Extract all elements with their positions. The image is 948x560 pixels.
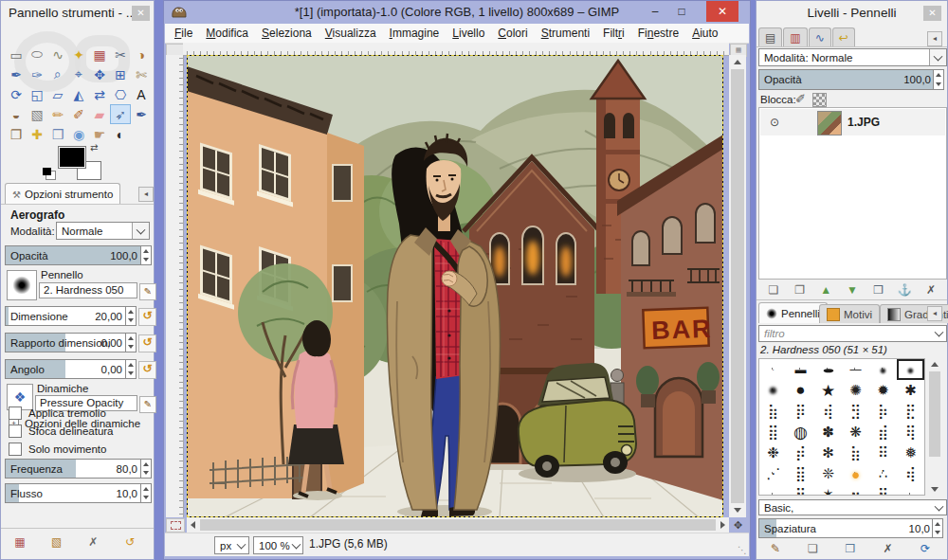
close-icon[interactable]: ✕ [706,1,738,22]
default-colors-icon[interactable] [43,168,51,175]
resize-grip[interactable]: ⋱ [738,545,747,555]
reset-angle-icon[interactable]: ↺ [138,361,156,379]
raise-layer-button[interactable]: ▲ [816,282,835,298]
aspect-spinner[interactable] [125,333,137,352]
new-layer-button[interactable]: ❏ [764,282,783,298]
tool-paths[interactable]: ✒ [6,64,27,84]
lower-layer-button[interactable]: ▼ [843,282,862,298]
horizontal-ruler[interactable] [183,43,729,56]
tool-align[interactable]: ⊞ [110,64,131,84]
tab-undo-history[interactable]: ↩ [832,27,855,47]
mode-select[interactable]: Normale [56,222,150,240]
new-brush-button[interactable]: ❏ [804,541,823,556]
brush-name-field[interactable]: 2. Hardness 050 [39,282,137,298]
menu-item[interactable]: Aiuto [685,24,724,43]
tool-measure[interactable]: ⌖ [68,64,89,84]
tool-move[interactable]: ✥ [89,64,110,84]
rate-spinner[interactable] [140,459,152,479]
tool-options-tab[interactable]: ⚒ Opzioni strumento [5,183,120,205]
foreground-color-swatch[interactable] [58,146,86,169]
aspect-ratio-slider[interactable]: Rapporto dimensioni0,00 [5,333,126,352]
brush-swatch[interactable]: · [759,359,787,380]
tool-gradient[interactable]: ▧ [27,104,47,124]
tool-zoom[interactable]: ⌕ [47,64,68,84]
tool-dodge-burn[interactable]: ◐ [110,124,131,144]
vertical-ruler[interactable] [166,55,184,517]
layer-visible-icon[interactable]: ⊙ [770,116,779,129]
brush-swatch[interactable]: ● [759,380,787,401]
opacity-spinner[interactable] [140,245,152,265]
tool-fuzzy-select[interactable]: ✦ [68,45,89,64]
brush-swatch[interactable]: ✱ [897,380,924,401]
quickmask-toggle[interactable] [166,518,185,533]
brush-swatch[interactable]: ▬ [787,359,814,380]
new-layer-group-button[interactable]: ❐ [791,282,810,298]
brush-swatch[interactable]: ⋰ [759,463,787,484]
tool-smudge[interactable]: ☛ [89,124,110,144]
opacity-slider[interactable]: Opacità100,0 [5,245,141,265]
tool-perspective-clone[interactable]: ❒ [47,124,68,144]
swap-colors-icon[interactable]: ⇄ [90,142,98,153]
tool-flip[interactable]: ⇄ [89,84,110,104]
brush-swatch[interactable]: ⡿ [787,401,814,422]
navigation-icon[interactable]: ✥ [730,518,746,533]
menu-item[interactable]: File [168,24,199,43]
tool-blur-sharpen[interactable]: ◉ [68,124,89,144]
duplicate-brush-button[interactable]: ❒ [841,541,860,556]
tool-scale[interactable]: ◱ [27,84,47,104]
reset-size-icon[interactable]: ↺ [138,308,156,326]
dock-close-icon[interactable]: ✕ [923,6,941,21]
brush-swatch[interactable]: ⣷ [759,401,787,422]
brush-grid-scrollbar[interactable] [927,358,942,496]
angle-spinner[interactable] [125,359,137,379]
refresh-brushes-button[interactable]: ⟳ [916,541,935,556]
tool-bucket-fill[interactable]: ◒ [6,104,27,124]
maximize-icon[interactable]: □ [670,3,693,21]
edit-brush-icon[interactable]: ✎ [139,283,156,300]
vertical-scrollbar[interactable] [729,55,746,517]
brush-swatch[interactable]: ⣿ [759,422,787,443]
brush-swatch[interactable]: — [842,359,869,380]
toolbox-close-icon[interactable]: ✕ [132,6,150,21]
lock-paint-icon[interactable]: ✐ [795,92,806,106]
menu-item[interactable]: Strumenti [535,24,596,43]
flow-slider[interactable]: Flusso10,0 [5,483,141,503]
size-slider[interactable]: Dimensione20,00 [5,306,126,326]
brush-swatch[interactable]: ⣿ [787,463,814,484]
size-spinner[interactable] [125,306,137,326]
brush-swatch[interactable]: ⣾ [869,422,897,443]
brush-swatch[interactable]: ● [897,359,924,380]
tool-eraser[interactable]: ▰ [89,104,110,124]
tab-channels[interactable]: ▥ [783,27,807,47]
angle-slider[interactable]: Angolo0,00 [5,359,126,379]
brush-swatch[interactable]: ⣿ [787,484,814,496]
brush-swatch[interactable]: ● [869,359,897,380]
tool-foreground-select[interactable]: ◑ [131,45,152,64]
tool-color-picker[interactable]: ✑ [27,64,47,84]
brush-swatch[interactable]: ⡷ [869,401,897,422]
tool-paintbrush[interactable]: ✐ [68,104,89,124]
tool-scissors-select[interactable]: ✂ [110,45,131,64]
tool-cage-transform[interactable]: ⎔ [110,84,131,104]
delete-brush-button[interactable]: ✗ [879,541,898,556]
tool-pencil[interactable]: ✏ [47,104,68,124]
brush-swatch[interactable]: ⣻ [842,401,869,422]
anchor-layer-button[interactable]: ⚓ [895,282,914,298]
spacing-spinner[interactable] [932,518,943,538]
unit-select[interactable]: px [214,536,249,554]
brush-swatch[interactable]: ⢿ [897,422,924,443]
brush-swatch[interactable]: ❋ [842,422,869,443]
brush-swatch[interactable]: ✶ [814,484,842,496]
menu-item[interactable]: Immagine [383,24,447,43]
dock-menu-icon[interactable]: ◂ [927,31,942,46]
brush-swatch[interactable]: ❊ [814,463,842,484]
tab-paths[interactable]: ∿ [809,27,831,47]
brush-swatch[interactable]: ⢾ [897,463,924,484]
image-canvas[interactable]: BAR [187,55,723,517]
brush-preview-button[interactable] [7,270,37,300]
layer-row[interactable]: ⊙ 1.JPG [760,109,945,135]
rate-slider[interactable]: Frequenza80,0 [5,459,141,479]
tool-rotate[interactable]: ⟳ [6,84,27,104]
brush-swatch[interactable]: ★ [814,380,842,401]
tool-clone[interactable]: ❐ [6,124,27,144]
